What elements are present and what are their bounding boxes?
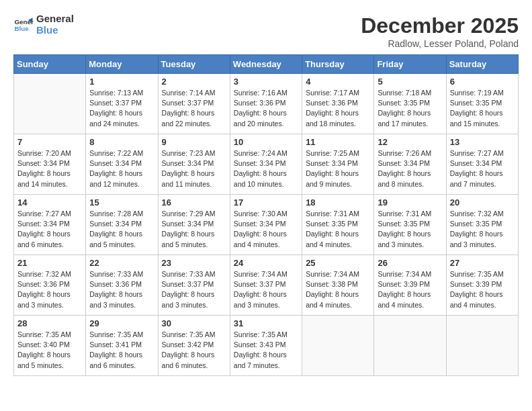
day-number: 27	[450, 258, 515, 268]
cell-content: Sunrise: 7:13 AMSunset: 3:37 PMDaylight:…	[89, 88, 154, 129]
day-number: 7	[17, 137, 82, 147]
day-number: 10	[234, 137, 298, 147]
day-number: 5	[378, 77, 442, 87]
calendar-cell: 13Sunrise: 7:27 AMSunset: 3:34 PMDayligh…	[446, 134, 518, 195]
day-number: 25	[306, 258, 370, 268]
week-row-2: 7Sunrise: 7:20 AMSunset: 3:34 PMDaylight…	[14, 134, 519, 195]
svg-text:Blue: Blue	[15, 25, 30, 32]
calendar-cell	[302, 316, 374, 376]
day-number: 14	[17, 197, 82, 208]
cell-content: Sunrise: 7:35 AMSunset: 3:43 PMDaylight:…	[234, 330, 298, 371]
cell-content: Sunrise: 7:22 AMSunset: 3:34 PMDaylight:…	[89, 148, 154, 189]
cell-content: Sunrise: 7:33 AMSunset: 3:36 PMDaylight:…	[89, 269, 154, 310]
day-number: 20	[450, 197, 515, 208]
header-sunday: Sunday	[14, 55, 86, 74]
calendar-cell: 28Sunrise: 7:35 AMSunset: 3:40 PMDayligh…	[14, 316, 86, 376]
calendar-cell: 18Sunrise: 7:31 AMSunset: 3:35 PMDayligh…	[302, 195, 374, 255]
calendar-cell: 4Sunrise: 7:17 AMSunset: 3:36 PMDaylight…	[302, 74, 374, 134]
day-number: 22	[89, 258, 154, 268]
day-number: 9	[162, 137, 226, 147]
cell-content: Sunrise: 7:30 AMSunset: 3:34 PMDaylight:…	[234, 209, 298, 250]
day-number: 16	[162, 197, 226, 208]
calendar-cell: 10Sunrise: 7:24 AMSunset: 3:34 PMDayligh…	[230, 134, 302, 195]
day-number: 31	[234, 318, 298, 328]
calendar-header-row: SundayMondayTuesdayWednesdayThursdayFrid…	[14, 55, 519, 74]
cell-content: Sunrise: 7:32 AMSunset: 3:36 PMDaylight:…	[17, 269, 82, 310]
cell-content: Sunrise: 7:25 AMSunset: 3:34 PMDaylight:…	[306, 148, 370, 189]
day-number: 6	[450, 77, 515, 87]
day-number: 3	[234, 77, 298, 87]
calendar-cell: 25Sunrise: 7:34 AMSunset: 3:38 PMDayligh…	[302, 255, 374, 316]
calendar-cell: 1Sunrise: 7:13 AMSunset: 3:37 PMDaylight…	[86, 74, 158, 134]
calendar-cell: 26Sunrise: 7:34 AMSunset: 3:39 PMDayligh…	[374, 255, 446, 316]
day-number: 18	[306, 197, 370, 208]
header-saturday: Saturday	[446, 55, 518, 74]
day-number: 24	[234, 258, 298, 268]
header-wednesday: Wednesday	[230, 55, 302, 74]
calendar-cell: 11Sunrise: 7:25 AMSunset: 3:34 PMDayligh…	[302, 134, 374, 195]
day-number: 11	[306, 137, 370, 147]
day-number: 2	[162, 77, 226, 87]
calendar-cell: 22Sunrise: 7:33 AMSunset: 3:36 PMDayligh…	[86, 255, 158, 316]
calendar-cell: 21Sunrise: 7:32 AMSunset: 3:36 PMDayligh…	[14, 255, 86, 316]
calendar-cell: 30Sunrise: 7:35 AMSunset: 3:42 PMDayligh…	[158, 316, 230, 376]
month-title: December 2025	[361, 13, 519, 38]
cell-content: Sunrise: 7:27 AMSunset: 3:34 PMDaylight:…	[17, 209, 82, 250]
calendar-cell: 27Sunrise: 7:35 AMSunset: 3:39 PMDayligh…	[446, 255, 518, 316]
cell-content: Sunrise: 7:16 AMSunset: 3:36 PMDaylight:…	[234, 88, 298, 129]
cell-content: Sunrise: 7:31 AMSunset: 3:35 PMDaylight:…	[378, 209, 442, 250]
week-row-4: 21Sunrise: 7:32 AMSunset: 3:36 PMDayligh…	[14, 255, 519, 316]
header-tuesday: Tuesday	[158, 55, 230, 74]
day-number: 23	[162, 258, 226, 268]
logo-line1: General	[36, 13, 74, 25]
calendar-cell: 17Sunrise: 7:30 AMSunset: 3:34 PMDayligh…	[230, 195, 302, 255]
cell-content: Sunrise: 7:29 AMSunset: 3:34 PMDaylight:…	[162, 209, 226, 250]
calendar-cell: 5Sunrise: 7:18 AMSunset: 3:35 PMDaylight…	[374, 74, 446, 134]
day-number: 15	[89, 197, 154, 208]
day-number: 28	[17, 318, 82, 328]
cell-content: Sunrise: 7:27 AMSunset: 3:34 PMDaylight:…	[450, 148, 515, 189]
calendar-cell: 31Sunrise: 7:35 AMSunset: 3:43 PMDayligh…	[230, 316, 302, 376]
day-number: 1	[89, 77, 154, 87]
calendar-cell: 15Sunrise: 7:28 AMSunset: 3:34 PMDayligh…	[86, 195, 158, 255]
calendar-cell: 9Sunrise: 7:23 AMSunset: 3:34 PMDaylight…	[158, 134, 230, 195]
day-number: 21	[17, 258, 82, 268]
header-monday: Monday	[86, 55, 158, 74]
calendar-table: SundayMondayTuesdayWednesdayThursdayFrid…	[13, 54, 519, 376]
day-number: 26	[378, 258, 442, 268]
page-header: General Blue General Blue December 2025 …	[13, 13, 519, 49]
cell-content: Sunrise: 7:24 AMSunset: 3:34 PMDaylight:…	[234, 148, 298, 189]
day-number: 4	[306, 77, 370, 87]
calendar-cell: 12Sunrise: 7:26 AMSunset: 3:34 PMDayligh…	[374, 134, 446, 195]
cell-content: Sunrise: 7:35 AMSunset: 3:39 PMDaylight:…	[450, 269, 515, 310]
logo: General Blue General Blue	[13, 13, 74, 36]
cell-content: Sunrise: 7:17 AMSunset: 3:36 PMDaylight:…	[306, 88, 370, 129]
cell-content: Sunrise: 7:35 AMSunset: 3:42 PMDaylight:…	[162, 330, 226, 371]
calendar-cell	[446, 316, 518, 376]
cell-content: Sunrise: 7:35 AMSunset: 3:40 PMDaylight:…	[17, 330, 82, 371]
day-number: 17	[234, 197, 298, 208]
day-number: 8	[89, 137, 154, 147]
day-number: 29	[89, 318, 154, 328]
cell-content: Sunrise: 7:32 AMSunset: 3:35 PMDaylight:…	[450, 209, 515, 250]
calendar-cell	[374, 316, 446, 376]
logo-icon: General Blue	[13, 15, 34, 35]
location: Radlow, Lesser Poland, Poland	[361, 38, 519, 49]
day-number: 30	[162, 318, 226, 328]
day-number: 19	[378, 197, 442, 208]
cell-content: Sunrise: 7:23 AMSunset: 3:34 PMDaylight:…	[162, 148, 226, 189]
title-block: December 2025 Radlow, Lesser Poland, Pol…	[361, 13, 519, 49]
calendar-cell: 6Sunrise: 7:19 AMSunset: 3:35 PMDaylight…	[446, 74, 518, 134]
cell-content: Sunrise: 7:34 AMSunset: 3:38 PMDaylight:…	[306, 269, 370, 310]
cell-content: Sunrise: 7:14 AMSunset: 3:37 PMDaylight:…	[162, 88, 226, 129]
cell-content: Sunrise: 7:34 AMSunset: 3:39 PMDaylight:…	[378, 269, 442, 310]
cell-content: Sunrise: 7:33 AMSunset: 3:37 PMDaylight:…	[162, 269, 226, 310]
calendar-cell: 14Sunrise: 7:27 AMSunset: 3:34 PMDayligh…	[14, 195, 86, 255]
day-number: 12	[378, 137, 442, 147]
calendar-cell: 23Sunrise: 7:33 AMSunset: 3:37 PMDayligh…	[158, 255, 230, 316]
header-thursday: Thursday	[302, 55, 374, 74]
cell-content: Sunrise: 7:20 AMSunset: 3:34 PMDaylight:…	[17, 148, 82, 189]
calendar-cell: 19Sunrise: 7:31 AMSunset: 3:35 PMDayligh…	[374, 195, 446, 255]
day-number: 13	[450, 137, 515, 147]
cell-content: Sunrise: 7:31 AMSunset: 3:35 PMDaylight:…	[306, 209, 370, 250]
